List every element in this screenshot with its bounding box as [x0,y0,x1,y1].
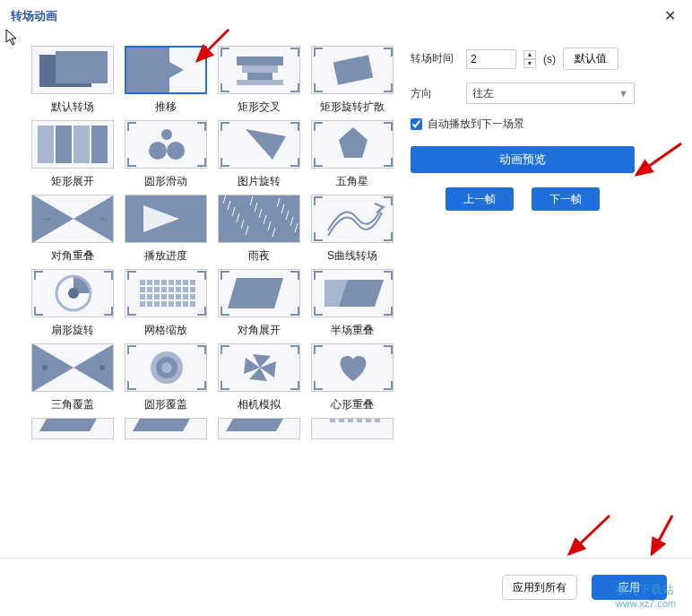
transition-label: 推移 [155,100,177,115]
transition-thumb [218,120,300,169]
direction-value: 往左 [472,86,494,101]
transition-s-curve[interactable]: S曲线转场 [308,195,396,264]
transition-thumb [31,418,114,439]
svg-rect-6 [247,73,272,80]
duration-unit: (s) [543,53,556,65]
transition-rainy-night[interactable]: 雨夜 [215,195,303,264]
transition-label: 扇形旋转 [51,323,94,338]
autoplay-checkbox[interactable] [411,118,422,130]
transition-label: 雨夜 [248,248,270,264]
prev-frame-button[interactable]: 上一帧 [445,187,514,211]
transition-thumb [125,269,207,317]
transition-label: 矩形展开 [51,174,94,189]
transition-pentagon[interactable]: 五角星 [308,120,396,189]
transition-image-rotate[interactable]: 图片旋转 [215,120,303,189]
transition-triangle-cover[interactable]: 三角覆盖 [29,343,117,412]
direction-select[interactable]: 往左 ▼ [466,82,635,104]
transition-fan-rotate[interactable]: 扇形旋转 [29,269,117,338]
transition-thumb [125,195,207,243]
transition-default[interactable]: 默认转场 [29,46,117,115]
svg-rect-53 [176,287,181,292]
svg-rect-68 [169,301,174,307]
default-button[interactable]: 默认值 [563,48,618,70]
transition-circle-cover[interactable]: 圆形覆盖 [122,343,210,412]
svg-point-72 [42,365,48,370]
watermark: 极光下载站 www.xz7.com [616,582,676,609]
transition-circle-slide[interactable]: 圆形滑动 [122,120,210,189]
svg-rect-59 [161,294,167,299]
svg-rect-54 [183,287,188,292]
svg-text:←: ← [99,213,109,225]
svg-line-86 [652,516,672,554]
transition-partial[interactable] [308,418,396,439]
chevron-down-icon: ▼ [618,88,628,99]
apply-all-button[interactable]: 应用到所有 [502,575,577,600]
transition-partial[interactable] [122,418,210,439]
transition-partial[interactable] [215,418,303,439]
svg-rect-9 [38,126,54,163]
transition-thumb [311,120,394,169]
close-icon[interactable]: ✕ [659,7,681,24]
transition-thumb [218,418,300,439]
transition-label: 五角星 [336,174,368,189]
transition-rect-cross[interactable]: 矩形交叉 [215,46,303,115]
svg-rect-60 [169,294,174,299]
transition-grid-zoom[interactable]: 网格缩放 [122,269,210,338]
transition-thumb [31,343,114,392]
dialog-title: 转场动画 [11,8,57,24]
svg-rect-52 [169,287,174,292]
duration-label: 转场时间 [411,51,459,66]
transition-thumb [218,46,300,94]
duration-down[interactable]: ▼ [523,59,536,68]
annotation-arrow [641,511,686,565]
transition-thumb [218,343,300,392]
duration-up[interactable]: ▲ [523,50,536,59]
svg-rect-56 [140,294,145,299]
transition-thumb: →← [31,195,114,243]
divider [0,558,692,559]
transition-grid: 默认转场推移矩形交叉矩形旋转扩散矩形展开圆形滑动图片旋转五角星→←对角重叠播放进… [7,39,402,439]
svg-rect-46 [183,280,188,285]
transition-thumb [31,120,114,169]
svg-rect-2 [126,46,169,94]
transition-label: 对角展开 [238,323,281,338]
svg-point-15 [161,129,172,140]
transition-label: 圆形覆盖 [144,397,187,412]
svg-point-14 [167,142,185,160]
transition-label: 播放进度 [144,248,187,264]
svg-rect-78 [339,419,344,422]
svg-rect-1 [56,51,108,83]
duration-input[interactable] [466,49,516,69]
transition-rect-spin-spread[interactable]: 矩形旋转扩散 [308,46,396,115]
transition-thumb [311,343,394,392]
svg-rect-51 [161,287,167,292]
svg-rect-7 [237,80,283,85]
transition-diagonal-expand[interactable]: 对角展开 [215,269,303,338]
svg-rect-49 [147,287,152,292]
transition-camera-sim[interactable]: 相机模拟 [215,343,303,412]
svg-rect-44 [169,280,174,285]
transition-thumb [218,195,300,243]
transition-diagonal-overlap[interactable]: →←对角重叠 [29,195,117,264]
svg-rect-71 [190,301,195,307]
transition-partial[interactable] [29,418,117,439]
transition-label: S曲线转场 [327,248,377,264]
transition-thumb [125,46,207,94]
transition-push[interactable]: 推移 [122,46,210,115]
transition-half-overlap[interactable]: 半场重叠 [308,269,396,338]
svg-rect-66 [154,301,160,307]
svg-rect-45 [176,280,181,285]
next-frame-button[interactable]: 下一帧 [532,187,600,211]
svg-rect-70 [183,301,188,307]
transition-thumb [31,269,114,317]
transition-heart-overlap[interactable]: 心形重叠 [308,343,396,412]
transition-thumb [125,343,207,392]
transition-thumb [125,418,207,439]
transition-label: 图片旋转 [238,174,281,189]
transition-rect-expand[interactable]: 矩形展开 [29,120,117,189]
transition-thumb [311,195,394,243]
transition-play-progress[interactable]: 播放进度 [122,195,210,264]
transition-thumb [311,269,394,317]
preview-button[interactable]: 动画预览 [411,146,635,173]
svg-rect-5 [242,65,278,73]
